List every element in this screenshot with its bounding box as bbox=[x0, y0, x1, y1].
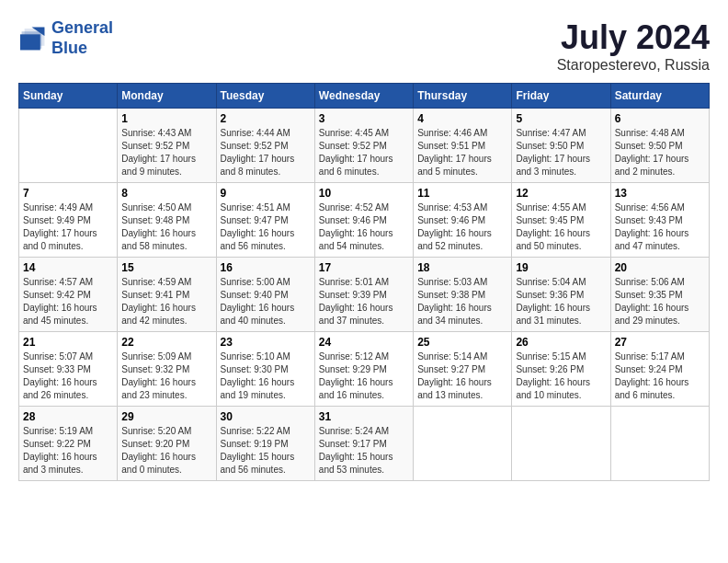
day-info: Sunrise: 4:49 AMSunset: 9:49 PMDaylight:… bbox=[23, 201, 113, 253]
day-number: 27 bbox=[615, 336, 705, 349]
day-info: Sunrise: 5:19 AMSunset: 9:22 PMDaylight:… bbox=[23, 425, 113, 477]
day-info: Sunrise: 4:53 AMSunset: 9:46 PMDaylight:… bbox=[417, 201, 507, 253]
day-info: Sunrise: 4:43 AMSunset: 9:52 PMDaylight:… bbox=[121, 127, 211, 178]
calendar-cell: 9Sunrise: 4:51 AMSunset: 9:47 PMDaylight… bbox=[216, 183, 314, 258]
calendar-cell bbox=[512, 407, 610, 481]
day-info: Sunrise: 4:47 AMSunset: 9:50 PMDaylight:… bbox=[516, 127, 606, 178]
weekday-header-cell: Saturday bbox=[610, 84, 709, 109]
day-info: Sunrise: 4:59 AMSunset: 9:41 PMDaylight:… bbox=[121, 276, 211, 327]
calendar-subtitle: Staropesterevo, Russia bbox=[557, 57, 710, 74]
weekday-header-cell: Wednesday bbox=[314, 84, 413, 109]
calendar-cell: 22Sunrise: 5:09 AMSunset: 9:32 PMDayligh… bbox=[118, 332, 216, 407]
day-number: 1 bbox=[121, 112, 211, 125]
day-number: 21 bbox=[23, 336, 113, 349]
day-info: Sunrise: 4:56 AMSunset: 9:43 PMDaylight:… bbox=[615, 201, 705, 253]
day-info: Sunrise: 4:44 AMSunset: 9:52 PMDaylight:… bbox=[221, 127, 311, 178]
calendar-cell: 25Sunrise: 5:14 AMSunset: 9:27 PMDayligh… bbox=[414, 332, 512, 407]
day-number: 26 bbox=[516, 336, 606, 349]
day-info: Sunrise: 5:03 AMSunset: 9:38 PMDaylight:… bbox=[417, 276, 507, 327]
logo-icon bbox=[18, 26, 48, 52]
day-number: 7 bbox=[23, 187, 113, 200]
calendar-cell: 24Sunrise: 5:12 AMSunset: 9:29 PMDayligh… bbox=[314, 332, 413, 407]
day-number: 29 bbox=[121, 410, 211, 423]
weekday-header-row: SundayMondayTuesdayWednesdayThursdayFrid… bbox=[19, 84, 710, 109]
day-info: Sunrise: 5:07 AMSunset: 9:33 PMDaylight:… bbox=[23, 350, 113, 402]
day-info: Sunrise: 4:52 AMSunset: 9:46 PMDaylight:… bbox=[319, 201, 409, 253]
logo: General Blue bbox=[18, 18, 113, 58]
calendar-cell: 11Sunrise: 4:53 AMSunset: 9:46 PMDayligh… bbox=[414, 183, 512, 258]
day-info: Sunrise: 5:14 AMSunset: 9:27 PMDaylight:… bbox=[417, 350, 507, 402]
day-number: 22 bbox=[121, 336, 211, 349]
day-info: Sunrise: 5:17 AMSunset: 9:24 PMDaylight:… bbox=[615, 350, 705, 402]
day-info: Sunrise: 4:45 AMSunset: 9:52 PMDaylight:… bbox=[319, 127, 409, 178]
day-info: Sunrise: 5:20 AMSunset: 9:20 PMDaylight:… bbox=[121, 425, 211, 477]
calendar-cell: 7Sunrise: 4:49 AMSunset: 9:49 PMDaylight… bbox=[19, 183, 118, 258]
weekday-header-cell: Tuesday bbox=[216, 84, 314, 109]
calendar-cell: 2Sunrise: 4:44 AMSunset: 9:52 PMDaylight… bbox=[216, 109, 314, 183]
calendar-cell: 27Sunrise: 5:17 AMSunset: 9:24 PMDayligh… bbox=[610, 332, 709, 407]
day-number: 23 bbox=[221, 336, 311, 349]
day-number: 4 bbox=[417, 112, 507, 125]
day-number: 13 bbox=[615, 187, 705, 200]
day-number: 18 bbox=[417, 261, 507, 274]
calendar-cell: 19Sunrise: 5:04 AMSunset: 9:36 PMDayligh… bbox=[512, 258, 610, 332]
calendar-cell: 8Sunrise: 4:50 AMSunset: 9:48 PMDaylight… bbox=[118, 183, 216, 258]
calendar-cell bbox=[414, 407, 512, 481]
calendar-cell: 6Sunrise: 4:48 AMSunset: 9:50 PMDaylight… bbox=[610, 109, 709, 183]
day-number: 2 bbox=[221, 112, 311, 125]
calendar-cell: 28Sunrise: 5:19 AMSunset: 9:22 PMDayligh… bbox=[19, 407, 118, 481]
day-info: Sunrise: 5:06 AMSunset: 9:35 PMDaylight:… bbox=[615, 276, 705, 327]
calendar-cell: 5Sunrise: 4:47 AMSunset: 9:50 PMDaylight… bbox=[512, 109, 610, 183]
calendar-cell: 12Sunrise: 4:55 AMSunset: 9:45 PMDayligh… bbox=[512, 183, 610, 258]
day-info: Sunrise: 5:09 AMSunset: 9:32 PMDaylight:… bbox=[121, 350, 211, 402]
day-number: 17 bbox=[319, 261, 409, 274]
day-info: Sunrise: 4:46 AMSunset: 9:51 PMDaylight:… bbox=[417, 127, 507, 178]
day-number: 11 bbox=[417, 187, 507, 200]
day-number: 24 bbox=[319, 336, 409, 349]
svg-marker-2 bbox=[20, 34, 40, 50]
day-number: 10 bbox=[319, 187, 409, 200]
day-info: Sunrise: 5:01 AMSunset: 9:39 PMDaylight:… bbox=[319, 276, 409, 327]
day-info: Sunrise: 4:50 AMSunset: 9:48 PMDaylight:… bbox=[121, 201, 211, 253]
calendar-cell: 17Sunrise: 5:01 AMSunset: 9:39 PMDayligh… bbox=[314, 258, 413, 332]
page-header: General Blue July 2024 Staropesterevo, R… bbox=[18, 18, 710, 74]
title-block: July 2024 Staropesterevo, Russia bbox=[557, 18, 710, 74]
day-number: 16 bbox=[221, 261, 311, 274]
calendar-cell: 1Sunrise: 4:43 AMSunset: 9:52 PMDaylight… bbox=[118, 109, 216, 183]
day-info: Sunrise: 5:15 AMSunset: 9:26 PMDaylight:… bbox=[516, 350, 606, 402]
weekday-header-cell: Friday bbox=[512, 84, 610, 109]
calendar-cell: 30Sunrise: 5:22 AMSunset: 9:19 PMDayligh… bbox=[216, 407, 314, 481]
calendar-week-row: 28Sunrise: 5:19 AMSunset: 9:22 PMDayligh… bbox=[19, 407, 710, 481]
calendar-cell: 29Sunrise: 5:20 AMSunset: 9:20 PMDayligh… bbox=[118, 407, 216, 481]
day-info: Sunrise: 4:57 AMSunset: 9:42 PMDaylight:… bbox=[23, 276, 113, 327]
day-number: 9 bbox=[221, 187, 311, 200]
calendar-cell: 20Sunrise: 5:06 AMSunset: 9:35 PMDayligh… bbox=[610, 258, 709, 332]
day-number: 28 bbox=[23, 410, 113, 423]
calendar-cell bbox=[19, 109, 118, 183]
day-number: 3 bbox=[319, 112, 409, 125]
calendar-cell: 26Sunrise: 5:15 AMSunset: 9:26 PMDayligh… bbox=[512, 332, 610, 407]
day-info: Sunrise: 5:24 AMSunset: 9:17 PMDaylight:… bbox=[319, 425, 409, 477]
day-number: 25 bbox=[417, 336, 507, 349]
day-number: 15 bbox=[121, 261, 211, 274]
calendar-cell bbox=[610, 407, 709, 481]
day-number: 19 bbox=[516, 261, 606, 274]
weekday-header-cell: Thursday bbox=[414, 84, 512, 109]
day-number: 31 bbox=[319, 410, 409, 423]
weekday-header-cell: Sunday bbox=[19, 84, 118, 109]
logo-text: General Blue bbox=[51, 18, 113, 58]
calendar-title: July 2024 bbox=[557, 18, 710, 57]
day-number: 12 bbox=[516, 187, 606, 200]
day-info: Sunrise: 4:48 AMSunset: 9:50 PMDaylight:… bbox=[615, 127, 705, 178]
calendar-cell: 31Sunrise: 5:24 AMSunset: 9:17 PMDayligh… bbox=[314, 407, 413, 481]
day-info: Sunrise: 5:12 AMSunset: 9:29 PMDaylight:… bbox=[319, 350, 409, 402]
calendar-week-row: 1Sunrise: 4:43 AMSunset: 9:52 PMDaylight… bbox=[19, 109, 710, 183]
day-info: Sunrise: 4:55 AMSunset: 9:45 PMDaylight:… bbox=[516, 201, 606, 253]
day-info: Sunrise: 5:00 AMSunset: 9:40 PMDaylight:… bbox=[221, 276, 311, 327]
calendar-week-row: 7Sunrise: 4:49 AMSunset: 9:49 PMDaylight… bbox=[19, 183, 710, 258]
weekday-header-cell: Monday bbox=[118, 84, 216, 109]
calendar-cell: 18Sunrise: 5:03 AMSunset: 9:38 PMDayligh… bbox=[414, 258, 512, 332]
day-info: Sunrise: 5:10 AMSunset: 9:30 PMDaylight:… bbox=[221, 350, 311, 402]
day-info: Sunrise: 5:22 AMSunset: 9:19 PMDaylight:… bbox=[221, 425, 311, 477]
calendar-cell: 16Sunrise: 5:00 AMSunset: 9:40 PMDayligh… bbox=[216, 258, 314, 332]
